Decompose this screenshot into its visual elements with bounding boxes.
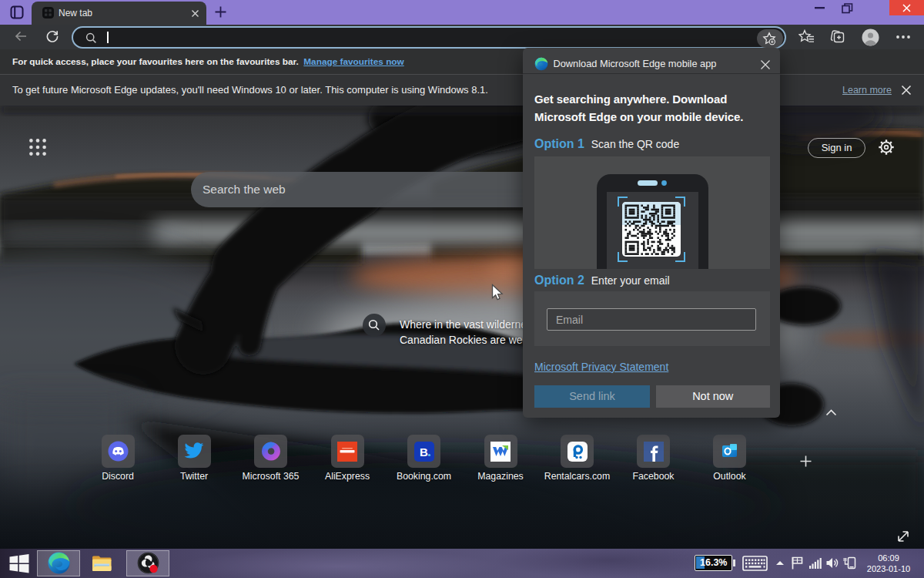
svg-text:B: B [420,445,428,458]
